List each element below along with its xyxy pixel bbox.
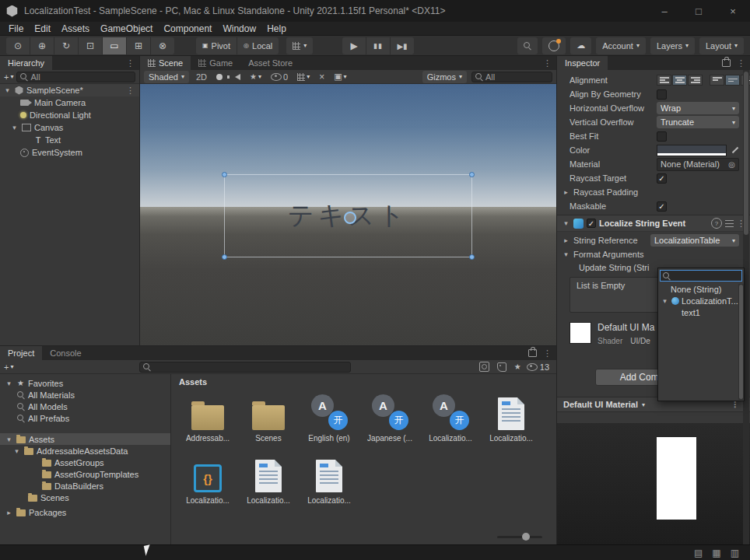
eyedropper-icon[interactable] [732,147,738,153]
create-object-button[interactable]: +▾ [4,72,13,82]
search-by-label-button[interactable] [495,361,509,373]
asset-item-localization-file-3[interactable]: Localizatio... [299,453,359,505]
packages-visibility-button[interactable]: 13 [527,362,549,372]
transform-tool-button[interactable]: ⊞ [127,37,151,54]
asset-item-scenes[interactable]: Scenes [238,391,299,443]
asset-item-japanese-locale[interactable]: A开 Japanese (... [359,391,420,443]
tree-row-addressable-assets-data[interactable]: ▾ AddressableAssetsData [0,445,170,457]
pivot-handle[interactable] [344,212,356,224]
align-middle-button[interactable] [725,75,740,86]
menu-help[interactable]: Help [261,23,292,34]
object-picker-icon[interactable]: ◎ [728,160,735,169]
move-tool-button[interactable]: ⊕ [30,37,54,54]
layers-dropdown[interactable]: Layers▾ [650,37,695,54]
tree-row-favorites[interactable]: ▾ ★ Favorites [0,377,170,389]
search-by-type-button[interactable] [477,361,492,373]
local-toggle[interactable]: ◎Local [237,37,279,54]
asset-item-localization-file-1[interactable]: Localizatio... [481,391,541,443]
tab-hierarchy[interactable]: Hierarchy [0,56,52,70]
hierarchy-menu-icon[interactable]: ⋮ [121,58,139,68]
play-button[interactable]: ▶ [342,37,366,54]
zoom-slider-knob[interactable] [522,533,530,541]
tree-row-canvas[interactable]: ▾ Canvas [0,121,139,134]
lighting-toggle[interactable] [214,71,225,83]
pivot-toggle[interactable]: ▣Pivot [196,37,237,54]
account-dropdown[interactable]: Account▾ [596,37,646,54]
help-icon[interactable]: ? [711,218,722,229]
minimize-button[interactable]: – [647,0,682,22]
rect-handle-top-left[interactable] [222,172,227,177]
collab-button[interactable] [542,37,566,54]
rect-handle-bottom-right[interactable] [469,254,475,260]
tab-asset-store[interactable]: Asset Store [240,56,300,70]
menu-edit[interactable]: Edit [29,23,56,34]
save-search-button[interactable]: ★ [512,361,524,373]
scene-menu-icon[interactable]: ⋮ [538,58,556,68]
asset-item-localization-locale[interactable]: A开 Localizatio... [420,391,481,443]
tab-scene[interactable]: Scene [140,56,191,70]
material-thumbnail[interactable] [570,322,591,344]
project-search-field[interactable] [139,362,351,373]
align-center-button[interactable] [672,75,687,86]
lock-icon[interactable] [722,59,731,67]
hand-tool-button[interactable]: ⊙ [6,37,30,54]
grid-visibility-dropdown[interactable]: ▾ [295,71,312,83]
tree-row-scenes[interactable]: Scenes [0,492,170,503]
search-button[interactable] [517,37,538,54]
pause-button[interactable]: ▮▮ [366,37,391,54]
popup-item-text1[interactable]: text1 [658,306,744,318]
tree-row-asset-group-templates[interactable]: AssetGroupTemplates [0,468,170,480]
popup-scrollbar-thumb[interactable] [739,285,743,399]
best-fit-checkbox[interactable] [657,131,667,142]
raycast-target-checkbox[interactable]: ✓ [657,173,667,184]
color-field[interactable] [657,145,727,156]
tab-project[interactable]: Project [0,346,42,360]
popup-item-localization-table[interactable]: ▾ LocalizationT... [658,295,744,306]
status-panel-icon-2[interactable]: ▦ [712,548,720,558]
maskable-checkbox[interactable]: ✓ [657,201,667,212]
tree-row-main-camera[interactable]: Main Camera [0,96,139,109]
popup-search-field[interactable] [660,270,742,282]
component-enabled-checkbox[interactable]: ✓ [587,219,596,228]
align-left-button[interactable] [657,75,671,86]
tree-row-all-materials[interactable]: All Materials [0,389,170,401]
menu-file[interactable]: File [3,23,29,34]
grid-snap-button[interactable]: ▾ [286,37,313,54]
asset-item-localization-file-2[interactable]: Localizatio... [238,453,299,505]
localize-string-event-header[interactable]: ▾ ✓ Localize String Event ? ⋮ [557,215,750,232]
align-by-geometry-checkbox[interactable] [657,89,667,100]
status-panel-icon-1[interactable]: ▤ [694,548,703,558]
project-search-input[interactable] [153,362,347,372]
material-object-field[interactable]: None (Material)◎ [657,158,739,171]
tree-row-scene[interactable]: ▾ SampleScene* ⋮ [0,84,139,96]
rect-transform-selection[interactable]: テキスト [224,174,472,257]
asset-item-localization-settings[interactable]: {} Localizatio... [177,453,238,505]
effects-dropdown[interactable]: ★▾ [247,71,264,83]
tree-row-data-builders[interactable]: DataBuilders [0,480,170,492]
align-right-button[interactable] [688,75,703,86]
thumbnail-zoom-slider[interactable] [497,536,542,538]
format-arguments-row[interactable]: ▾ Format Arguments [557,247,750,261]
presets-icon[interactable] [725,220,734,227]
string-reference-dropdown[interactable]: LocalizationTable▾ [650,234,739,247]
scale-tool-button[interactable]: ⊡ [79,37,103,54]
tree-row-packages[interactable]: ▸ Packages [0,506,170,518]
status-panel-icon-3[interactable]: ▥ [731,548,739,558]
inspector-menu-icon[interactable]: ⋮ [737,58,745,68]
scene-search-field[interactable]: All [471,72,552,82]
rect-handle-top-right[interactable] [469,172,475,177]
horizontal-overflow-dropdown[interactable]: Wrap▾ [657,102,739,114]
tree-row-directional-light[interactable]: Directional Light [0,109,139,121]
popup-search-input[interactable] [673,271,739,281]
rotate-tool-button[interactable]: ↻ [54,37,79,54]
menu-assets[interactable]: Assets [56,23,95,34]
tab-console[interactable]: Console [42,346,89,360]
popup-item-none[interactable]: None (String) [658,283,744,295]
scene-visibility-toggle[interactable]: 0 [268,71,290,83]
camera-settings-dropdown[interactable]: ▣▾ [331,71,349,83]
tree-row-asset-groups[interactable]: AssetGroups [0,457,170,468]
close-button[interactable]: × [716,0,750,22]
menu-component[interactable]: Component [158,23,217,34]
2d-toggle[interactable]: 2D [194,71,209,83]
scene-canvas[interactable]: テキスト [140,84,556,345]
